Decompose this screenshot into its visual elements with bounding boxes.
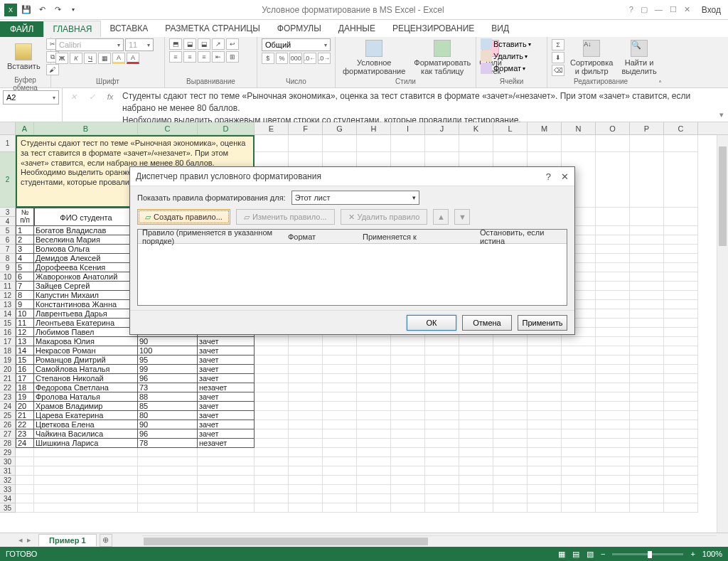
col-header-C[interactable]: C	[138, 122, 198, 134]
cell[interactable]	[528, 411, 562, 420]
cell[interactable]	[425, 392, 459, 402]
bold-button[interactable]: Ж	[55, 53, 68, 64]
cell[interactable]: 13	[16, 337, 34, 346]
cell[interactable]: 11	[16, 319, 34, 328]
percent-icon[interactable]: %	[276, 53, 289, 64]
cell[interactable]	[664, 135, 698, 152]
cell[interactable]: незачет	[198, 439, 255, 448]
cell[interactable]	[16, 448, 34, 457]
cell[interactable]	[562, 337, 596, 346]
redo-icon[interactable]: ↷	[51, 4, 64, 16]
cell[interactable]	[323, 135, 357, 152]
cell[interactable]	[528, 346, 562, 356]
inc-decimal-icon[interactable]: .0←	[304, 53, 316, 64]
cell[interactable]	[493, 337, 528, 346]
cell[interactable]	[562, 439, 596, 448]
cell[interactable]	[664, 420, 698, 429]
tab-разметка страницы[interactable]: РАЗМЕТКА СТРАНИЦЫ	[156, 21, 269, 37]
cell[interactable]	[664, 485, 698, 494]
cell[interactable]: Некрасов Роман	[34, 346, 138, 356]
cell[interactable]	[34, 457, 138, 466]
cell[interactable]	[630, 402, 664, 411]
cell[interactable]	[493, 356, 528, 365]
row-header-14[interactable]: 14	[0, 309, 16, 319]
cell[interactable]	[562, 457, 596, 466]
cell[interactable]	[630, 152, 664, 208]
cell[interactable]	[255, 374, 289, 383]
row-header-8[interactable]: 8	[0, 254, 16, 263]
cell[interactable]	[664, 494, 698, 503]
cell[interactable]	[562, 383, 596, 392]
cell[interactable]: 22	[16, 420, 34, 429]
cell[interactable]	[630, 337, 664, 346]
cell[interactable]	[289, 457, 323, 466]
zoom-slider[interactable]	[612, 553, 683, 555]
row-header-11[interactable]: 11	[0, 282, 16, 291]
col-header-G[interactable]: G	[323, 122, 357, 134]
cell[interactable]	[34, 466, 138, 476]
apply-button[interactable]: Применить	[518, 315, 567, 331]
row-header-3[interactable]: 3	[0, 208, 16, 217]
cell[interactable]: 1	[16, 226, 34, 235]
maximize-icon[interactable]: ☐	[670, 5, 677, 15]
cell[interactable]	[664, 300, 698, 309]
cell[interactable]	[357, 135, 391, 152]
save-icon[interactable]: 💾	[20, 4, 33, 16]
cell[interactable]: 10	[16, 309, 34, 319]
help-icon[interactable]: ?	[629, 5, 633, 15]
cell[interactable]	[630, 392, 664, 402]
cell[interactable]: 14	[16, 346, 34, 356]
cell[interactable]	[289, 503, 323, 513]
cell[interactable]: Любимов Павел	[34, 328, 138, 337]
cell[interactable]	[255, 476, 289, 485]
cell[interactable]	[391, 429, 425, 439]
cell[interactable]	[493, 503, 528, 513]
cell[interactable]	[596, 420, 630, 429]
row-header-33[interactable]: 33	[0, 485, 16, 494]
row-header-32[interactable]: 32	[0, 476, 16, 485]
cell[interactable]	[664, 365, 698, 374]
cell[interactable]	[459, 402, 493, 411]
cell[interactable]	[596, 356, 630, 365]
cell[interactable]	[664, 402, 698, 411]
cell[interactable]	[459, 420, 493, 429]
cell[interactable]	[425, 383, 459, 392]
cell[interactable]	[596, 365, 630, 374]
cell[interactable]	[289, 466, 323, 476]
minimize-icon[interactable]: —	[655, 5, 663, 15]
cell[interactable]	[664, 245, 698, 254]
cell[interactable]	[528, 337, 562, 346]
view-normal-icon[interactable]: ▦	[558, 550, 565, 559]
cell[interactable]	[323, 466, 357, 476]
row-header-17[interactable]: 17	[0, 337, 16, 346]
cell[interactable]	[630, 448, 664, 457]
cell[interactable]	[664, 466, 698, 476]
cell[interactable]: 23	[16, 429, 34, 439]
cell[interactable]	[323, 503, 357, 513]
cell[interactable]	[255, 383, 289, 392]
cell[interactable]	[664, 208, 698, 226]
cell[interactable]	[596, 457, 630, 466]
cell[interactable]: Степанов Николай	[34, 374, 138, 383]
cell[interactable]: 90	[138, 337, 198, 346]
cell[interactable]	[357, 411, 391, 420]
cell[interactable]	[323, 494, 357, 503]
cell[interactable]	[630, 485, 664, 494]
enter-formula-icon[interactable]: ✓	[85, 90, 98, 103]
view-layout-icon[interactable]: ▤	[572, 550, 579, 559]
cell[interactable]	[425, 356, 459, 365]
cell[interactable]	[357, 503, 391, 513]
cell[interactable]	[528, 135, 562, 152]
cell[interactable]	[459, 383, 493, 392]
cell[interactable]	[425, 402, 459, 411]
row-header-19[interactable]: 19	[0, 356, 16, 365]
cell[interactable]: 96	[138, 374, 198, 383]
cell[interactable]: Веселкина Мария	[34, 235, 138, 245]
cell[interactable]	[596, 337, 630, 346]
row-header-15[interactable]: 15	[0, 319, 16, 328]
cell[interactable]	[357, 476, 391, 485]
cell[interactable]: 21	[16, 411, 34, 420]
cell[interactable]	[323, 439, 357, 448]
cell[interactable]	[289, 365, 323, 374]
cell[interactable]	[596, 272, 630, 282]
